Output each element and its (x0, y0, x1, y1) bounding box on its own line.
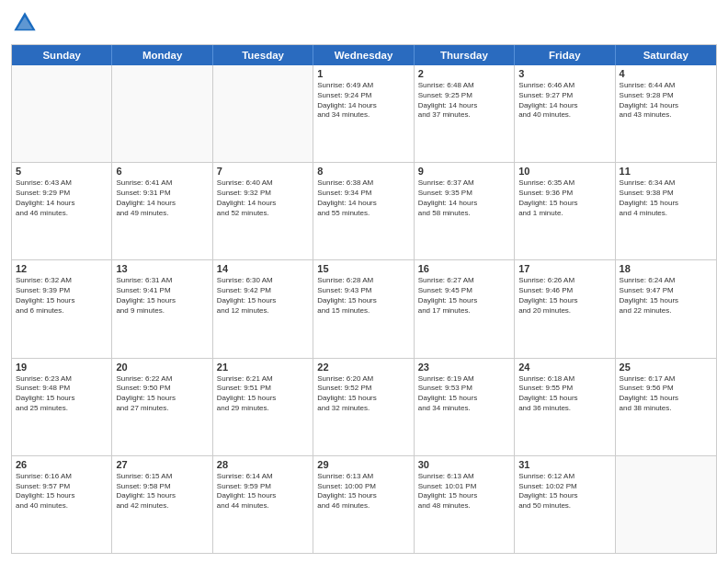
calendar-day-20: 20Sunrise: 6:22 AM Sunset: 9:50 PM Dayli… (112, 359, 212, 455)
day-number: 23 (418, 362, 510, 373)
day-info: Sunrise: 6:32 AM Sunset: 9:39 PM Dayligh… (16, 276, 108, 316)
day-info: Sunrise: 6:24 AM Sunset: 9:47 PM Dayligh… (620, 276, 712, 316)
calendar-week-1: 5Sunrise: 6:43 AM Sunset: 9:29 PM Daylig… (12, 163, 716, 260)
day-info: Sunrise: 6:21 AM Sunset: 9:51 PM Dayligh… (217, 374, 309, 414)
day-info: Sunrise: 6:15 AM Sunset: 9:58 PM Dayligh… (116, 472, 208, 511)
calendar-day-18: 18Sunrise: 6:24 AM Sunset: 9:47 PM Dayli… (616, 260, 716, 357)
day-number: 29 (317, 459, 409, 470)
calendar-day-31: 31Sunrise: 6:12 AM Sunset: 10:02 PM Dayl… (515, 456, 615, 553)
day-info: Sunrise: 6:44 AM Sunset: 9:28 PM Dayligh… (620, 81, 712, 121)
calendar-week-2: 12Sunrise: 6:32 AM Sunset: 9:39 PM Dayli… (12, 260, 716, 358)
header-day-sunday: Sunday (12, 45, 112, 65)
day-number: 14 (217, 263, 309, 274)
calendar-day-9: 9Sunrise: 6:37 AM Sunset: 9:35 PM Daylig… (415, 163, 515, 259)
day-number: 21 (217, 362, 309, 373)
day-info: Sunrise: 6:14 AM Sunset: 9:59 PM Dayligh… (217, 472, 309, 511)
day-info: Sunrise: 6:17 AM Sunset: 9:56 PM Dayligh… (620, 374, 712, 414)
day-number: 18 (620, 263, 712, 274)
calendar-week-4: 26Sunrise: 6:16 AM Sunset: 9:57 PM Dayli… (12, 456, 716, 553)
day-info: Sunrise: 6:18 AM Sunset: 9:55 PM Dayligh… (518, 374, 610, 414)
calendar-day-7: 7Sunrise: 6:40 AM Sunset: 9:32 PM Daylig… (213, 163, 313, 259)
day-info: Sunrise: 6:26 AM Sunset: 9:46 PM Dayligh… (518, 276, 610, 316)
calendar-day-13: 13Sunrise: 6:31 AM Sunset: 9:41 PM Dayli… (112, 260, 212, 357)
header-day-friday: Friday (515, 45, 615, 65)
calendar-day-24: 24Sunrise: 6:18 AM Sunset: 9:55 PM Dayli… (515, 359, 615, 455)
day-number: 17 (518, 263, 610, 274)
day-info: Sunrise: 6:12 AM Sunset: 10:02 PM Daylig… (518, 472, 610, 511)
calendar-day-11: 11Sunrise: 6:34 AM Sunset: 9:38 PM Dayli… (616, 163, 716, 259)
calendar-day-2: 2Sunrise: 6:48 AM Sunset: 9:25 PM Daylig… (415, 65, 515, 162)
day-info: Sunrise: 6:41 AM Sunset: 9:31 PM Dayligh… (116, 178, 208, 218)
calendar-day-5: 5Sunrise: 6:43 AM Sunset: 9:29 PM Daylig… (12, 163, 112, 259)
calendar-week-0: 1Sunrise: 6:49 AM Sunset: 9:24 PM Daylig… (12, 65, 716, 163)
calendar-day-23: 23Sunrise: 6:19 AM Sunset: 9:53 PM Dayli… (415, 359, 515, 455)
day-number: 4 (620, 68, 712, 79)
day-number: 19 (16, 362, 108, 373)
calendar-day-4: 4Sunrise: 6:44 AM Sunset: 9:28 PM Daylig… (616, 65, 716, 162)
calendar-day-8: 8Sunrise: 6:38 AM Sunset: 9:34 PM Daylig… (313, 163, 414, 259)
calendar-day-12: 12Sunrise: 6:32 AM Sunset: 9:39 PM Dayli… (12, 260, 112, 357)
day-info: Sunrise: 6:23 AM Sunset: 9:48 PM Dayligh… (16, 374, 108, 414)
calendar-day-30: 30Sunrise: 6:13 AM Sunset: 10:01 PM Dayl… (415, 456, 515, 553)
day-info: Sunrise: 6:37 AM Sunset: 9:35 PM Dayligh… (418, 178, 510, 218)
calendar-day-16: 16Sunrise: 6:27 AM Sunset: 9:45 PM Dayli… (415, 260, 515, 357)
day-info: Sunrise: 6:13 AM Sunset: 10:01 PM Daylig… (418, 472, 510, 511)
calendar-day-10: 10Sunrise: 6:35 AM Sunset: 9:36 PM Dayli… (515, 163, 615, 259)
calendar-day-21: 21Sunrise: 6:21 AM Sunset: 9:51 PM Dayli… (213, 359, 313, 455)
day-number: 22 (317, 362, 409, 373)
day-number: 16 (418, 263, 510, 274)
day-info: Sunrise: 6:20 AM Sunset: 9:52 PM Dayligh… (317, 374, 409, 414)
day-number: 6 (116, 166, 208, 177)
day-number: 12 (16, 263, 108, 274)
day-number: 9 (418, 166, 510, 177)
day-number: 3 (518, 68, 610, 79)
day-number: 7 (217, 166, 309, 177)
calendar-header: SundayMondayTuesdayWednesdayThursdayFrid… (12, 45, 716, 65)
day-number: 8 (317, 166, 409, 177)
day-number: 26 (16, 459, 108, 470)
day-number: 25 (620, 362, 712, 373)
calendar-cell-empty (616, 456, 716, 553)
day-number: 31 (518, 459, 610, 470)
calendar-cell-empty (12, 65, 112, 162)
calendar-day-17: 17Sunrise: 6:26 AM Sunset: 9:46 PM Dayli… (515, 260, 615, 357)
day-info: Sunrise: 6:38 AM Sunset: 9:34 PM Dayligh… (317, 178, 409, 218)
day-info: Sunrise: 6:48 AM Sunset: 9:25 PM Dayligh… (418, 81, 510, 121)
day-number: 15 (317, 263, 409, 274)
day-number: 11 (620, 166, 712, 177)
calendar-week-3: 19Sunrise: 6:23 AM Sunset: 9:48 PM Dayli… (12, 359, 716, 456)
day-info: Sunrise: 6:19 AM Sunset: 9:53 PM Dayligh… (418, 374, 510, 414)
calendar-day-26: 26Sunrise: 6:16 AM Sunset: 9:57 PM Dayli… (12, 456, 112, 553)
day-info: Sunrise: 6:22 AM Sunset: 9:50 PM Dayligh… (116, 374, 208, 414)
calendar-day-29: 29Sunrise: 6:13 AM Sunset: 10:00 PM Dayl… (313, 456, 414, 553)
day-number: 13 (116, 263, 208, 274)
logo-icon (11, 9, 39, 37)
calendar-day-3: 3Sunrise: 6:46 AM Sunset: 9:27 PM Daylig… (515, 65, 615, 162)
calendar-day-28: 28Sunrise: 6:14 AM Sunset: 9:59 PM Dayli… (213, 456, 313, 553)
calendar-day-6: 6Sunrise: 6:41 AM Sunset: 9:31 PM Daylig… (112, 163, 212, 259)
calendar-day-14: 14Sunrise: 6:30 AM Sunset: 9:42 PM Dayli… (213, 260, 313, 357)
page: SundayMondayTuesdayWednesdayThursdayFrid… (0, 0, 728, 563)
day-number: 2 (418, 68, 510, 79)
day-info: Sunrise: 6:35 AM Sunset: 9:36 PM Dayligh… (518, 178, 610, 218)
header-day-thursday: Thursday (415, 45, 515, 65)
day-number: 5 (16, 166, 108, 177)
logo (11, 9, 42, 37)
day-info: Sunrise: 6:28 AM Sunset: 9:43 PM Dayligh… (317, 276, 409, 316)
calendar-cell-empty (213, 65, 313, 162)
day-number: 1 (317, 68, 409, 79)
day-info: Sunrise: 6:27 AM Sunset: 9:45 PM Dayligh… (418, 276, 510, 316)
day-info: Sunrise: 6:13 AM Sunset: 10:00 PM Daylig… (317, 472, 409, 511)
day-number: 28 (217, 459, 309, 470)
day-info: Sunrise: 6:30 AM Sunset: 9:42 PM Dayligh… (217, 276, 309, 316)
header-day-tuesday: Tuesday (213, 45, 313, 65)
day-info: Sunrise: 6:49 AM Sunset: 9:24 PM Dayligh… (317, 81, 409, 121)
calendar-day-15: 15Sunrise: 6:28 AM Sunset: 9:43 PM Dayli… (313, 260, 414, 357)
calendar-day-27: 27Sunrise: 6:15 AM Sunset: 9:58 PM Dayli… (112, 456, 212, 553)
header-day-wednesday: Wednesday (313, 45, 414, 65)
calendar-cell-empty (112, 65, 212, 162)
calendar-day-1: 1Sunrise: 6:49 AM Sunset: 9:24 PM Daylig… (313, 65, 414, 162)
day-info: Sunrise: 6:31 AM Sunset: 9:41 PM Dayligh… (116, 276, 208, 316)
day-number: 24 (518, 362, 610, 373)
calendar: SundayMondayTuesdayWednesdayThursdayFrid… (11, 44, 717, 554)
